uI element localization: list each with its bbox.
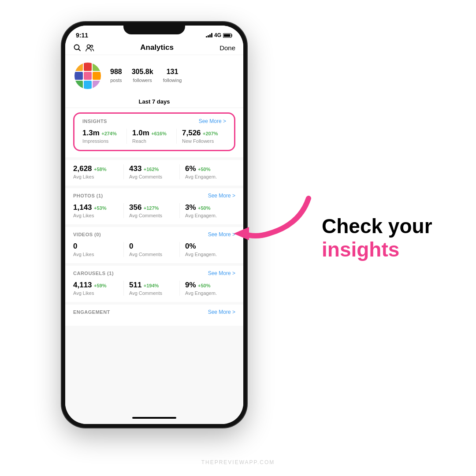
new-followers-label: New Followers — [182, 138, 226, 144]
posts-count: 988 — [110, 68, 122, 76]
carousels-likes-metric: 4,113 +59% Avg Likes — [73, 281, 123, 296]
insights-section: INSIGHTS See More > 1.3m +274% Impressio… — [65, 108, 243, 157]
impressions-metric: 1.3m +274% Impressions — [82, 129, 126, 144]
status-time: 9:11 — [76, 32, 88, 39]
arrow-icon — [229, 190, 317, 247]
followers-stat: 305.8k followers — [132, 68, 153, 84]
search-icon[interactable] — [73, 44, 81, 52]
nav-bar: Analytics Done — [65, 41, 243, 55]
new-followers-metric: 7,526 +207% New Followers — [176, 129, 226, 144]
avg-comments-metric: 433 +162% Avg Comments — [123, 164, 179, 179]
cta-text: Check your insights — [322, 215, 432, 261]
avg-likes-metric: 2,628 +58% Avg Likes — [73, 164, 123, 179]
new-followers-change: +207% — [203, 131, 218, 136]
phone-notch — [123, 22, 185, 34]
cta-line2: insights — [322, 238, 432, 261]
insights-see-more[interactable]: See More > — [199, 118, 226, 124]
photos-comments-metric: 356 +127% Avg Comments — [123, 203, 179, 218]
engagement-header: ENGAGEMENT See More > — [73, 309, 235, 315]
following-stat: 131 following — [163, 68, 182, 84]
phone-screen: 9:11 4G — [65, 26, 243, 424]
profile-stats: 988 posts 305.8k followers 131 following — [110, 68, 182, 84]
carousels-metrics-row: 4,113 +59% Avg Likes 511 +194% Avg Comme… — [73, 281, 235, 296]
photos-title: PHOTOS (1) — [73, 193, 103, 198]
photos-likes-metric: 1,143 +53% Avg Likes — [73, 203, 123, 218]
posts-stat: 988 posts — [110, 68, 122, 84]
app-logo — [74, 63, 101, 89]
videos-title: VIDEOS (0) — [73, 232, 101, 237]
reach-value: 1.0m — [132, 129, 149, 137]
videos-comments-metric: 0 Avg Comments — [123, 242, 179, 257]
network-label: 4G — [214, 32, 221, 38]
profile-section: 988 posts 305.8k followers 131 following — [65, 55, 243, 95]
following-count: 131 — [163, 68, 182, 76]
screen-content[interactable]: INSIGHTS See More > 1.3m +274% Impressio… — [65, 108, 243, 424]
carousels-section: CAROUSELS (1) See More > 4,113 +59% Avg … — [65, 266, 243, 302]
posts-label: posts — [110, 78, 122, 83]
carousels-title: CAROUSELS (1) — [73, 271, 114, 276]
profile-avatar — [73, 61, 102, 90]
engagement-title: ENGAGEMENT — [73, 309, 110, 315]
svg-rect-1 — [224, 34, 231, 37]
status-right: 4G — [206, 32, 233, 38]
svg-point-2 — [74, 45, 79, 50]
impressions-change: +274% — [101, 131, 117, 136]
phone-wrapper: 9:11 4G — [62, 22, 247, 428]
avg-engagement-metric: 6% +50% Avg Engagem. — [179, 164, 235, 179]
engagement-section: ENGAGEMENT See More > — [65, 305, 243, 326]
carousels-see-more[interactable]: See More > — [208, 270, 235, 276]
insights-metrics-row: 1.3m +274% Impressions 1.0m +616% Reach — [82, 129, 226, 144]
period-label: Last 7 days — [65, 95, 243, 108]
followers-count: 305.8k — [132, 68, 153, 76]
reach-label: Reach — [132, 138, 176, 144]
svg-point-5 — [91, 45, 93, 48]
nav-title: Analytics — [140, 43, 174, 52]
videos-likes-metric: 0 Avg Likes — [73, 242, 123, 257]
right-content: Check your insights — [322, 215, 454, 261]
svg-line-3 — [79, 49, 81, 51]
videos-engagement-metric: 0% Avg Engagem. — [179, 242, 235, 257]
insights-title: INSIGHTS — [82, 119, 107, 124]
people-icon[interactable] — [86, 44, 94, 52]
home-indicator — [132, 417, 176, 419]
avg-metrics-section: 2,628 +58% Avg Likes 433 +162% Avg Comme… — [65, 160, 243, 186]
cta-line1: Check your — [322, 215, 432, 238]
svg-point-4 — [87, 45, 90, 48]
svg-marker-6 — [234, 227, 249, 240]
videos-metrics-row: 0 Avg Likes 0 Avg Comments 0% Avg Engage… — [73, 242, 235, 257]
insights-highlight-box: INSIGHTS See More > 1.3m +274% Impressio… — [73, 112, 235, 151]
videos-section: VIDEOS (0) See More > 0 Avg Likes 0 Avg … — [65, 227, 243, 263]
reach-metric: 1.0m +616% Reach — [126, 129, 176, 144]
insights-header: INSIGHTS See More > — [82, 118, 226, 124]
carousels-engagement-metric: 9% +50% Avg Engagem. — [179, 281, 235, 296]
photos-metrics-row: 1,143 +53% Avg Likes 356 +127% Avg Comme… — [73, 203, 235, 218]
watermark: THEPREVIEWAPP.COM — [201, 459, 275, 465]
videos-header: VIDEOS (0) See More > — [73, 231, 235, 238]
page-container: 9:11 4G — [0, 0, 476, 476]
carousels-comments-metric: 511 +194% Avg Comments — [123, 281, 179, 296]
nav-left-icons — [73, 44, 94, 52]
nav-done[interactable]: Done — [219, 44, 235, 52]
carousels-header: CAROUSELS (1) See More > — [73, 270, 235, 276]
new-followers-value: 7,526 — [182, 129, 201, 137]
signal-icon — [206, 33, 212, 37]
avg-metrics-row: 2,628 +58% Avg Likes 433 +162% Avg Comme… — [73, 164, 235, 179]
followers-label: followers — [133, 78, 152, 83]
photos-section: PHOTOS (1) See More > 1,143 +53% Avg Lik… — [65, 188, 243, 224]
reach-change: +616% — [151, 131, 167, 136]
following-label: following — [163, 78, 182, 83]
phone-outer: 9:11 4G — [62, 22, 247, 428]
engagement-see-more[interactable]: See More > — [208, 309, 235, 315]
battery-icon — [223, 33, 233, 38]
photos-engagement-metric: 3% +50% Avg Engagem. — [179, 203, 235, 218]
photos-header: PHOTOS (1) See More > — [73, 193, 235, 199]
impressions-value: 1.3m — [82, 129, 100, 137]
impressions-label: Impressions — [82, 138, 126, 144]
